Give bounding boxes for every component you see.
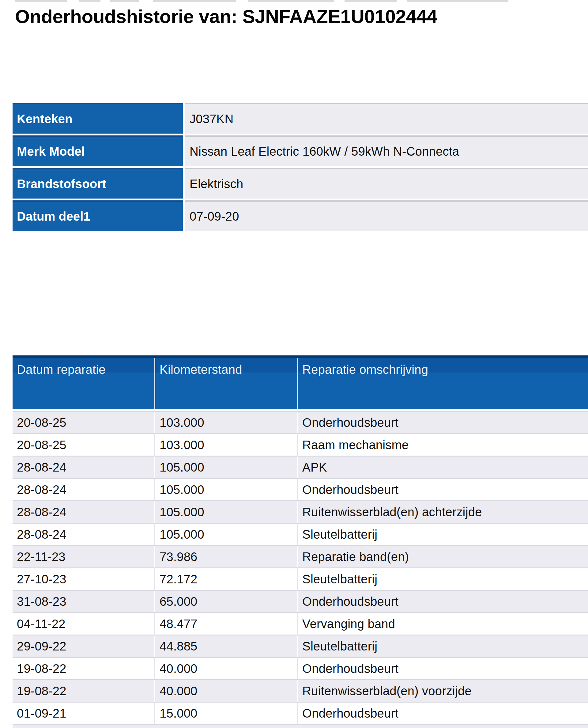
- repair-date-cell: [13, 725, 155, 728]
- repair-description-cell: Onderhoudsbeurt: [298, 703, 588, 724]
- table-row: 28-08-24 105.000 Sleutelbatterij: [13, 523, 588, 545]
- repair-description-cell: Onderhoudsbeurt: [298, 412, 588, 433]
- page-title: Onderhoudshistorie van: SJNFAAZE1U010244…: [15, 5, 437, 27]
- odometer-cell: 40.000: [155, 658, 298, 679]
- column-header-odometer: Kilometerstand: [155, 358, 298, 409]
- info-row-value: J037KN: [185, 103, 588, 134]
- info-row-label: Merk Model: [13, 136, 183, 166]
- table-row: 19-08-22 40.000 Ruitenwisserblad(en) voo…: [13, 679, 588, 702]
- repair-date-cell: 28-08-24: [13, 501, 155, 523]
- repair-date-cell: 28-08-24: [13, 524, 155, 545]
- table-row: 20-08-25 103.000 Onderhoudsbeurt: [13, 411, 588, 433]
- odometer-cell: 15.000: [155, 703, 298, 724]
- table-row: 19-08-22 40.000 Onderhoudsbeurt: [13, 657, 588, 679]
- odometer-cell: 48.477: [155, 613, 298, 634]
- column-header-description: Reparatie omschrijving: [298, 358, 588, 409]
- repair-description-cell: Raam mechanisme: [298, 434, 588, 456]
- repair-date-cell: 19-08-22: [13, 658, 155, 679]
- repair-date-cell: 29-09-22: [13, 635, 155, 657]
- table-row: 22-11-23 73.986 Reparatie band(en): [13, 545, 588, 567]
- info-row-value: 07-09-20: [185, 200, 588, 231]
- column-header-repair-date: Datum reparatie: [13, 358, 155, 409]
- repair-date-cell: 28-08-24: [13, 479, 155, 500]
- table-row: 04-11-22 48.477 Vervanging band: [13, 612, 588, 634]
- info-row-value: Elektrisch: [185, 168, 588, 199]
- table-row: 20-08-25 103.000 Raam mechanisme: [13, 433, 588, 456]
- repair-date-cell: 19-08-22: [13, 680, 155, 702]
- maintenance-history-table: Datum reparatie Kilometerstand Reparatie…: [13, 356, 588, 728]
- clipped-text-fragment: [79, 0, 101, 2]
- table-row: 01-09-21 15.000 Onderhoudsbeurt: [13, 702, 588, 724]
- odometer-cell: 72.172: [155, 568, 298, 590]
- table-row: 28-08-24 105.000 APK: [13, 456, 588, 478]
- repair-date-cell: 22-11-23: [13, 546, 155, 567]
- repair-date-cell: 20-08-25: [13, 412, 155, 433]
- repair-description-cell: Sleutelbatterij: [298, 635, 588, 657]
- table-row: 27-10-23 72.172 Sleutelbatterij: [13, 567, 588, 590]
- odometer-cell: 73.986: [155, 546, 298, 567]
- odometer-cell: 103.000: [155, 434, 298, 456]
- clipped-text-fragment: [153, 0, 236, 2]
- odometer-cell: 103.000: [155, 412, 298, 433]
- repair-date-cell: 28-08-24: [13, 457, 155, 478]
- table-row: 31-08-23 65.000 Onderhoudsbeurt: [13, 590, 588, 612]
- table-row: 29-09-22 44.885 Sleutelbatterij: [13, 634, 588, 657]
- odometer-cell: 44.885: [155, 635, 298, 657]
- repair-description-cell: Onderhoudsbeurt: [298, 658, 588, 679]
- odometer-cell: 105.000: [155, 479, 298, 500]
- clipped-text-fragment: [0, 0, 588, 2]
- repair-description-cell: Ruitenwisserblad(en) voorzijde: [298, 680, 588, 702]
- repair-description-cell: Vervanging band: [298, 613, 588, 634]
- repair-description-cell: Onderhoudsbeurt: [298, 479, 588, 500]
- odometer-cell: 40.000: [155, 680, 298, 702]
- clipped-text-fragment: [248, 0, 334, 2]
- odometer-cell: 65.000: [155, 591, 298, 612]
- repair-description-cell: Sleutelbatterij: [298, 568, 588, 590]
- repair-date-cell: 04-11-22: [13, 613, 155, 634]
- clipped-text-fragment: [15, 0, 67, 2]
- maintenance-table-header: Datum reparatie Kilometerstand Reparatie…: [13, 356, 588, 409]
- repair-date-cell: 27-10-23: [13, 568, 155, 590]
- info-row-label: Datum deel1: [13, 200, 183, 231]
- repair-date-cell: 01-09-21: [13, 703, 155, 724]
- table-row: 28-08-24 105.000 Ruitenwisserblad(en) ac…: [13, 500, 588, 523]
- odometer-cell: 105.000: [155, 501, 298, 523]
- info-row-label: Kenteken: [13, 103, 183, 134]
- vehicle-info-table: Kenteken J037KN Merk Model Nissan Leaf E…: [13, 103, 588, 231]
- clipped-text-fragment: [407, 0, 508, 2]
- repair-description-cell: Sleutelbatterij: [298, 524, 588, 545]
- odometer-cell: [155, 725, 298, 728]
- repair-description-cell: APK: [298, 457, 588, 478]
- clipped-text-fragment: [110, 0, 139, 2]
- table-row: 28-08-24 105.000 Onderhoudsbeurt: [13, 478, 588, 500]
- repair-description-cell: Reparatie band(en): [298, 546, 588, 567]
- info-row-value: Nissan Leaf Electric 160kW / 59kWh N-Con…: [185, 136, 588, 166]
- info-row-label: Brandstofsoort: [13, 168, 183, 199]
- maintenance-history-page: Onderhoudshistorie van: SJNFAAZE1U010244…: [0, 0, 588, 728]
- repair-date-cell: 31-08-23: [13, 591, 155, 612]
- clipped-text-fragment: [344, 0, 397, 2]
- repair-description-cell: Ruitenwisserblad(en) achterzijde: [298, 501, 588, 523]
- table-row-partial: [13, 724, 588, 728]
- repair-description-cell: [298, 725, 588, 728]
- repair-description-cell: Onderhoudsbeurt: [298, 591, 588, 612]
- maintenance-table-body: 20-08-25 103.000 Onderhoudsbeurt 20-08-2…: [13, 411, 588, 724]
- repair-date-cell: 20-08-25: [13, 434, 155, 456]
- odometer-cell: 105.000: [155, 524, 298, 545]
- odometer-cell: 105.000: [155, 457, 298, 478]
